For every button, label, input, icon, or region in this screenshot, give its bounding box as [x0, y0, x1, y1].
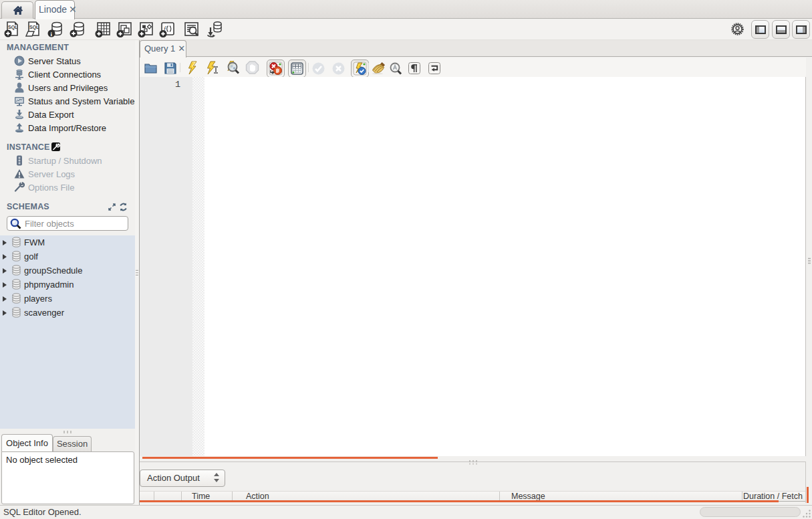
svg-text:SQL: SQL	[29, 25, 39, 30]
svg-text:SQL: SQL	[8, 25, 18, 30]
